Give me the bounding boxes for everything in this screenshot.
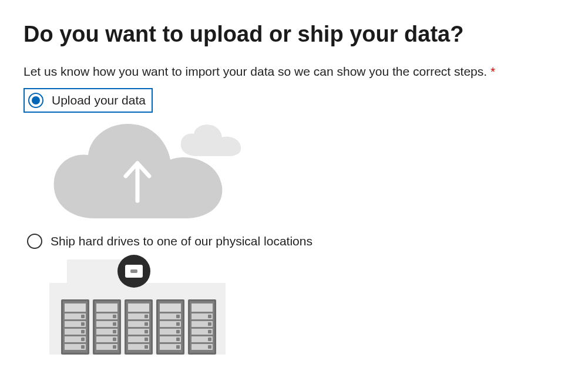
- upload-cloud-illustration: [49, 115, 565, 221]
- required-asterisk: *: [490, 65, 495, 78]
- prompt-text-body: Let us know how you want to import your …: [23, 65, 487, 78]
- radio-indicator-upload: [28, 93, 43, 108]
- radio-upload[interactable]: Upload your data: [23, 88, 153, 113]
- server-badge-icon: [117, 255, 150, 288]
- radio-label-upload: Upload your data: [52, 93, 146, 107]
- prompt-text: Let us know how you want to import your …: [23, 65, 565, 79]
- server-racks-icon: [61, 299, 216, 355]
- ship-servers-illustration: [49, 255, 565, 355]
- arrow-up-icon: [121, 158, 154, 203]
- radio-ship[interactable]: Ship hard drives to one of our physical …: [23, 230, 318, 252]
- option-ship: Ship hard drives to one of our physical …: [23, 230, 565, 355]
- radio-indicator-ship: [27, 234, 42, 249]
- radio-label-ship: Ship hard drives to one of our physical …: [51, 234, 313, 248]
- page-heading: Do you want to upload or ship your data?: [23, 21, 565, 48]
- option-upload: Upload your data: [23, 88, 565, 221]
